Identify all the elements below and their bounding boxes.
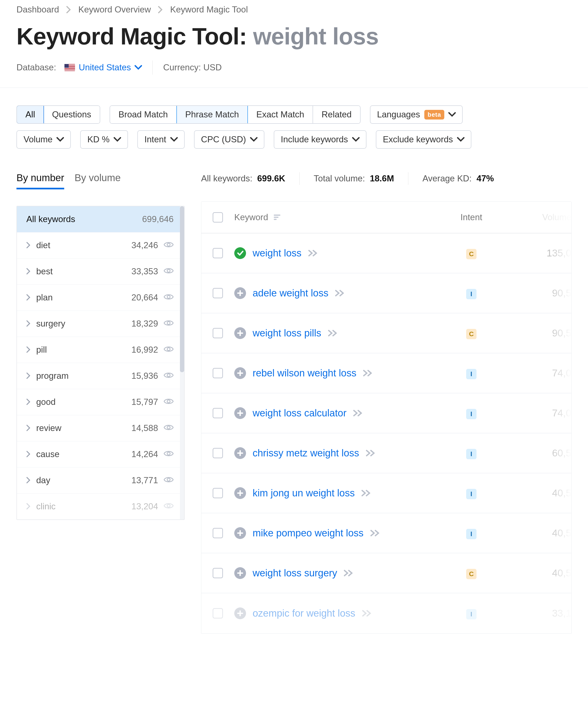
- eye-icon[interactable]: [164, 345, 173, 355]
- keyword-link[interactable]: weight loss: [252, 247, 302, 259]
- chevron-right-icon: [26, 240, 31, 250]
- tab-all[interactable]: All: [16, 105, 44, 124]
- group-label: review: [36, 423, 62, 433]
- add-keyword-icon[interactable]: [234, 567, 246, 579]
- add-keyword-icon[interactable]: [234, 287, 246, 299]
- group-row-clinic[interactable]: clinic 13,204: [17, 494, 184, 519]
- double-chevron-right-icon[interactable]: [335, 289, 345, 297]
- keyword-link[interactable]: weight loss calculator: [252, 407, 347, 419]
- add-keyword-icon[interactable]: [234, 527, 246, 539]
- row-checkbox[interactable]: [212, 488, 223, 498]
- filter-cpc-usd-[interactable]: CPC (USD): [194, 130, 264, 149]
- database-selector[interactable]: United States: [65, 63, 142, 73]
- group-label: day: [36, 475, 50, 485]
- tab-by-volume[interactable]: By volume: [75, 172, 121, 189]
- group-count: 15,936: [131, 371, 158, 381]
- scrollbar-thumb[interactable]: [180, 206, 184, 372]
- eye-icon[interactable]: [164, 371, 173, 381]
- keyword-link[interactable]: rebel wilson weight loss: [252, 367, 356, 379]
- languages-selector[interactable]: Languages beta: [370, 105, 463, 124]
- keyword-link[interactable]: ozempic for weight loss: [252, 607, 355, 619]
- tab-exact-match[interactable]: Exact Match: [248, 106, 313, 123]
- row-checkbox[interactable]: [212, 528, 223, 538]
- row-checkbox[interactable]: [212, 568, 223, 578]
- tab-related[interactable]: Related: [313, 106, 360, 123]
- tab-questions[interactable]: Questions: [43, 106, 100, 123]
- filter-label: KD %: [87, 134, 110, 145]
- group-row-pill[interactable]: pill 16,992: [17, 337, 184, 363]
- group-row-surgery[interactable]: surgery 18,329: [17, 311, 184, 337]
- breadcrumb-keyword-magic-tool[interactable]: Keyword Magic Tool: [170, 5, 248, 14]
- filter-include-keywords[interactable]: Include keywords: [274, 130, 366, 149]
- group-count: 33,353: [131, 267, 158, 276]
- eye-icon[interactable]: [164, 319, 173, 329]
- row-checkbox[interactable]: [212, 288, 223, 298]
- divider: [0, 87, 588, 88]
- eye-icon[interactable]: [164, 502, 173, 511]
- filter-volume[interactable]: Volume: [16, 130, 71, 149]
- add-keyword-icon[interactable]: [234, 407, 246, 419]
- chevron-down-icon: [114, 137, 121, 142]
- double-chevron-right-icon[interactable]: [353, 409, 363, 417]
- row-checkbox[interactable]: [212, 608, 223, 619]
- column-header-keyword[interactable]: Keyword: [234, 212, 444, 222]
- group-row-program[interactable]: program 15,936: [17, 363, 184, 389]
- group-row-plan[interactable]: plan 20,664: [17, 285, 184, 311]
- row-checkbox[interactable]: [212, 328, 223, 338]
- add-keyword-icon[interactable]: [234, 447, 246, 459]
- row-checkbox[interactable]: [212, 408, 223, 418]
- eye-icon[interactable]: [164, 475, 173, 485]
- keyword-link[interactable]: mike pompeo weight loss: [252, 527, 364, 539]
- row-checkbox[interactable]: [212, 248, 223, 258]
- keyword-link[interactable]: adele weight loss: [252, 287, 328, 299]
- eye-icon[interactable]: [164, 293, 173, 303]
- add-keyword-icon[interactable]: [234, 367, 246, 379]
- double-chevron-right-icon[interactable]: [370, 529, 381, 537]
- group-row-good[interactable]: good 15,797: [17, 389, 184, 415]
- group-row-best[interactable]: best 33,353: [17, 259, 184, 285]
- double-chevron-right-icon[interactable]: [362, 610, 372, 617]
- column-header-intent[interactable]: Intent: [444, 212, 498, 222]
- filter-kd-[interactable]: KD %: [80, 130, 128, 149]
- double-chevron-right-icon[interactable]: [366, 449, 376, 457]
- add-keyword-icon[interactable]: [234, 327, 246, 339]
- select-all-checkbox[interactable]: [212, 212, 223, 223]
- row-checkbox[interactable]: [212, 368, 223, 378]
- volume-value: 40,5: [552, 567, 571, 579]
- filter-intent[interactable]: Intent: [138, 130, 185, 149]
- keyword-link[interactable]: weight loss surgery: [252, 567, 337, 579]
- tab-by-number[interactable]: By number: [16, 172, 64, 189]
- keyword-link[interactable]: weight loss pills: [252, 327, 321, 339]
- stat-all-keywords: All keywords: 699.6K: [201, 173, 285, 184]
- double-chevron-right-icon[interactable]: [363, 369, 373, 377]
- group-row-review[interactable]: review 14,588: [17, 415, 184, 441]
- group-row-day[interactable]: day 13,771: [17, 467, 184, 494]
- seed-keyword-icon[interactable]: [234, 247, 246, 259]
- tab-broad-match[interactable]: Broad Match: [110, 106, 177, 123]
- group-row-cause[interactable]: cause 14,264: [17, 441, 184, 467]
- table-row: weight loss pills C 90,5: [201, 313, 571, 353]
- eye-icon[interactable]: [164, 397, 173, 407]
- group-row-diet[interactable]: diet 34,246: [17, 232, 184, 259]
- double-chevron-right-icon[interactable]: [361, 489, 371, 497]
- keyword-link[interactable]: chrissy metz weight loss: [252, 447, 359, 459]
- chevron-right-icon: [26, 475, 31, 485]
- group-count: 20,664: [131, 293, 158, 303]
- column-header-volume[interactable]: Volume: [498, 212, 571, 222]
- double-chevron-right-icon[interactable]: [344, 569, 354, 577]
- row-checkbox[interactable]: [212, 448, 223, 458]
- group-all-keywords[interactable]: All keywords 699,646: [17, 206, 184, 232]
- breadcrumb-dashboard[interactable]: Dashboard: [16, 5, 59, 14]
- double-chevron-right-icon[interactable]: [328, 329, 338, 337]
- eye-icon[interactable]: [164, 423, 173, 433]
- filter-exclude-keywords[interactable]: Exclude keywords: [376, 130, 471, 149]
- keyword-link[interactable]: kim jong un weight loss: [252, 487, 355, 499]
- breadcrumb-keyword-overview[interactable]: Keyword Overview: [78, 5, 151, 14]
- add-keyword-icon[interactable]: [234, 607, 246, 619]
- double-chevron-right-icon[interactable]: [308, 249, 318, 257]
- eye-icon[interactable]: [164, 449, 173, 459]
- eye-icon[interactable]: [164, 267, 173, 276]
- add-keyword-icon[interactable]: [234, 487, 246, 499]
- tab-phrase-match[interactable]: Phrase Match: [177, 105, 248, 124]
- eye-icon[interactable]: [164, 240, 173, 250]
